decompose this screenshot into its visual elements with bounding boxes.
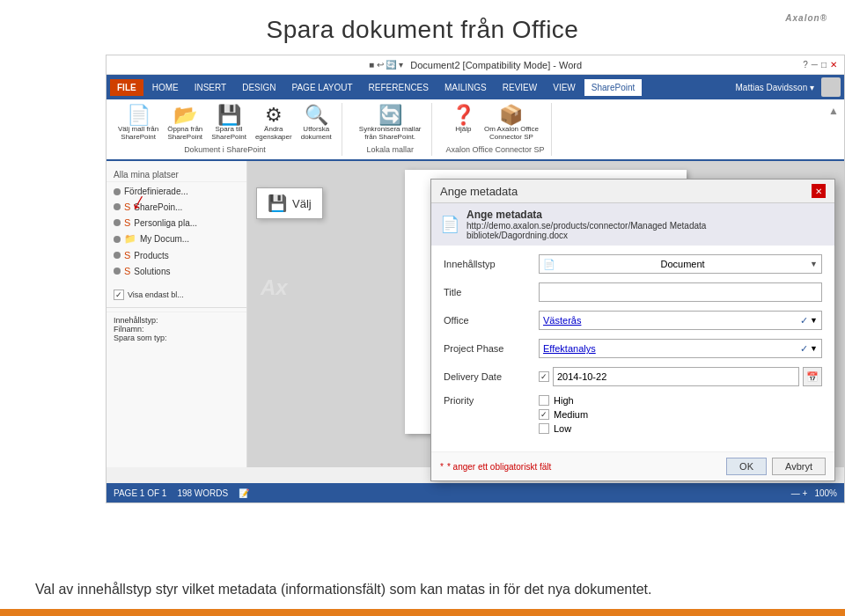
user-name: Mattias Davidsson ▾ xyxy=(736,83,814,92)
check-icon: ✓ xyxy=(800,343,808,355)
ribbon-btn-hjalp[interactable]: ❓ Hjälp xyxy=(449,104,478,143)
ribbon-btn-spara[interactable]: 💾 Spara tillSharePoint xyxy=(209,104,249,143)
left-panel-item-fordefined[interactable]: Fördefinierade... xyxy=(107,184,246,199)
checkbox-icon: ✓ xyxy=(114,290,124,300)
dialog-row-office: Office Västerås ✓ ▼ xyxy=(444,311,822,330)
dropdown-arrow-icon: ▼ xyxy=(810,260,818,268)
ribbon-btn-utforska[interactable]: 🔍 Utforskadokument xyxy=(298,104,334,143)
dialog-input-title[interactable] xyxy=(539,282,822,302)
tab-file[interactable]: FILE xyxy=(110,79,143,96)
dialog-subtitle: 📄 Ange metadata http://demo.axalon.se/pr… xyxy=(431,203,834,246)
tab-sharepoint[interactable]: SharePoint xyxy=(584,79,642,96)
left-panel-checkbox[interactable]: ✓ Visa endast bl... xyxy=(107,286,246,304)
tab-pagelayout[interactable]: PAGE LAYOUT xyxy=(285,79,360,96)
status-page: PAGE 1 OF 1 xyxy=(114,488,166,498)
dialog-label-priority: Priority xyxy=(444,395,532,406)
dialog-label-innehallstyp: Innehållstyp xyxy=(444,259,532,269)
ribbon-group-lokala: 🔄 Synkronisera mallarfrån SharePoint. Lo… xyxy=(353,103,432,156)
ribbon-group-label-lokala: Lokala mallar xyxy=(366,145,414,154)
dialog-row-priority: Priority High ✓ Medium Low xyxy=(444,395,822,434)
date-checkbox[interactable]: ✓ xyxy=(539,371,549,382)
dialog-title: Ange metadata xyxy=(440,185,518,198)
save-popup-icon: 💾 xyxy=(268,194,287,213)
dialog-buttons: OK Avbryt xyxy=(726,458,826,475)
ribbon-btn-andra[interactable]: ⚙ Ändraegenskaper xyxy=(253,104,295,143)
orange-bar xyxy=(0,609,845,616)
tab-home[interactable]: HOME xyxy=(145,79,186,96)
tab-insert[interactable]: INSERT xyxy=(187,79,234,96)
left-panel-item-products[interactable]: S Products xyxy=(107,247,246,263)
ange-metadata-dialog: Ange metadata ✕ 📄 Ange metadata http://d… xyxy=(430,179,835,481)
dialog-field-deliverydate: ✓ 📅 xyxy=(539,367,822,386)
dialog-label-office: Office xyxy=(444,315,532,326)
dialog-url: http://demo.axalon.se/products/connector… xyxy=(467,221,706,240)
ribbon-btn-oppna[interactable]: 📂 Öppna frånSharePoint xyxy=(165,104,205,143)
sharepoint-icon: S xyxy=(124,266,130,276)
left-panel-item-solutions[interactable]: S Solutions xyxy=(107,263,246,279)
open-icon: 📂 xyxy=(173,106,197,125)
ribbon-group-axalon: ❓ Hjälp 📦 Om Axalon OfficeConnector SP A… xyxy=(443,103,553,156)
bullet-icon xyxy=(114,203,121,210)
tab-view[interactable]: VIEW xyxy=(546,79,583,96)
ribbon-group-nytt: 📄 Välj mall frånSharePoint 📂 Öppna frånS… xyxy=(112,103,342,156)
left-panel-item-sharepoint1[interactable]: S SharePoin... xyxy=(107,199,246,215)
tab-design[interactable]: DESIGN xyxy=(235,79,283,96)
tab-review[interactable]: REVIEW xyxy=(496,79,544,96)
save-icon: 💾 xyxy=(217,106,241,125)
dialog-label-deliverydate: Delivery Date xyxy=(444,371,532,382)
checkbox-medium[interactable]: ✓ xyxy=(539,409,549,420)
tab-mailings[interactable]: MAILINGS xyxy=(437,79,494,96)
checkbox-low[interactable] xyxy=(539,423,549,434)
doc-area: Alla mina platser Fördefinierade... S Sh… xyxy=(107,161,844,467)
sharepoint-icon: S xyxy=(124,217,130,228)
dialog-field-innehallstyp: 📄 Document ▼ xyxy=(539,254,822,274)
status-zoom-level: 100% xyxy=(814,488,837,498)
dialog-field-projectphase: Effektanalys ✓ ▼ xyxy=(539,339,822,358)
statusbar-right: — + 100% xyxy=(791,488,837,498)
dialog-row-deliverydate: Delivery Date ✓ 📅 xyxy=(444,367,822,386)
tab-references[interactable]: REFERENCES xyxy=(362,79,436,96)
ribbon-btn-valj[interactable]: 📄 Välj mall frånSharePoint xyxy=(115,104,161,143)
ok-button[interactable]: OK xyxy=(726,458,767,475)
bullet-icon xyxy=(114,188,121,195)
avbryt-button[interactable]: Avbryt xyxy=(772,458,826,475)
priority-low: Low xyxy=(539,423,588,434)
axalon-logo: Axalon® xyxy=(785,9,827,36)
page-title: Spara dokument från Office xyxy=(0,0,845,55)
status-spelling: 📝 xyxy=(239,488,249,498)
folder-icon: 📁 xyxy=(124,233,136,245)
ribbon-collapse[interactable]: ▲ xyxy=(828,103,839,156)
calendar-button[interactable]: 📅 xyxy=(803,367,822,386)
office-icons: ✓ ▼ xyxy=(800,315,818,326)
dialog-label-title: Title xyxy=(444,287,532,297)
priority-high: High xyxy=(539,395,588,406)
sharepoint-icon: S xyxy=(124,250,130,260)
left-panel-item-mydoc[interactable]: 📁 My Docum... xyxy=(107,231,246,247)
status-words: 198 WORDS xyxy=(177,488,228,498)
dialog-label-projectphase: Project Phase xyxy=(444,343,532,354)
checkbox-high[interactable] xyxy=(539,395,549,406)
dialog-subtitle-info: Ange metadata http://demo.axalon.se/prod… xyxy=(467,209,706,240)
calendar-icon: 📅 xyxy=(806,371,819,383)
titlebar-text: Document2 [Compatibility Mode] - Word xyxy=(410,60,582,70)
explore-icon: 🔍 xyxy=(305,106,328,125)
required-note: * * anger ett obligatoriskt fält xyxy=(440,462,551,472)
dialog-close-button[interactable]: ✕ xyxy=(812,184,826,198)
dialog-row-projectphase: Project Phase Effektanalys ✓ ▼ xyxy=(444,339,822,358)
ax-watermark: Ax xyxy=(261,275,288,300)
ribbon-btn-sync[interactable]: 🔄 Synkronisera mallarfrån SharePoint. xyxy=(356,104,424,143)
dialog-titlebar: Ange metadata ✕ xyxy=(431,180,834,203)
projectphase-icons: ✓ ▼ xyxy=(800,343,818,355)
dialog-input-date[interactable] xyxy=(553,367,799,386)
ribbon-tabs: FILE HOME INSERT DESIGN PAGE LAYOUT REFE… xyxy=(107,75,844,99)
ribbon-btn-om[interactable]: 📦 Om Axalon OfficeConnector SP xyxy=(481,104,541,143)
dialog-select-office[interactable]: Västerås ✓ ▼ xyxy=(539,311,822,330)
dialog-select-projectphase[interactable]: Effektanalys ✓ ▼ xyxy=(539,339,822,358)
ribbon-group-label-nytt: Dokument i SharePoint xyxy=(184,145,266,154)
word-titlebar: ■ ↩ 🔄 ▾ Document2 [Compatibility Mode] -… xyxy=(107,55,844,75)
bullet-icon xyxy=(114,252,121,259)
dialog-select-innehallstyp[interactable]: 📄 Document ▼ xyxy=(539,254,822,274)
bottom-description: Val av innehållstyp styr vilket metadata… xyxy=(35,579,810,600)
left-panel-item-personal[interactable]: S Personliga pla... xyxy=(107,215,246,231)
required-icon: * xyxy=(440,462,444,472)
